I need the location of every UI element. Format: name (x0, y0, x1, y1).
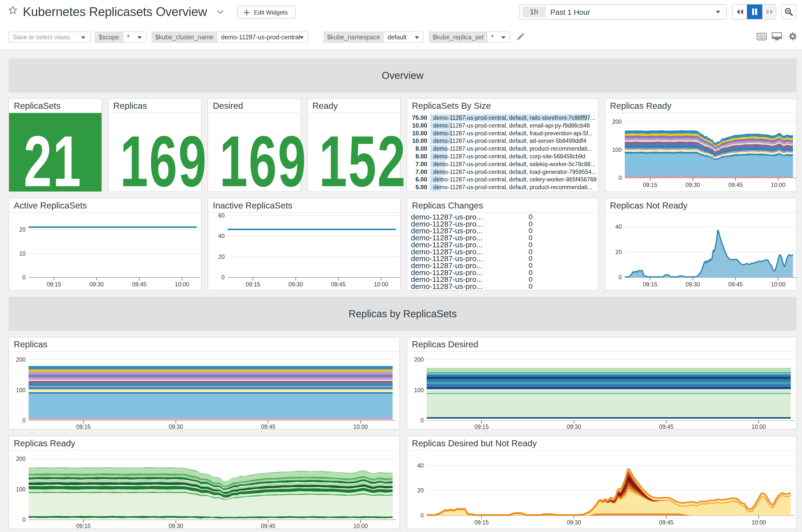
svg-text:09:30: 09:30 (168, 423, 183, 429)
svg-text:10:00: 10:00 (353, 523, 368, 529)
svg-text:09:15: 09:15 (643, 281, 657, 288)
svg-text:09:45: 09:45 (132, 281, 147, 288)
svg-text:0: 0 (22, 274, 25, 281)
svg-text:09:15: 09:15 (76, 523, 91, 529)
svg-text:100: 100 (16, 486, 25, 493)
svg-text:09:15: 09:15 (474, 423, 489, 429)
svg-text:09:45: 09:45 (728, 182, 743, 188)
svg-text:20: 20 (615, 249, 622, 255)
svg-text:60: 60 (218, 213, 225, 219)
svg-text:10: 10 (19, 250, 25, 257)
svg-text:09:45: 09:45 (659, 423, 674, 429)
svg-text:20: 20 (218, 253, 225, 260)
svg-text:100: 100 (414, 387, 424, 394)
svg-text:0: 0 (22, 417, 25, 424)
svg-text:0: 0 (421, 417, 424, 424)
svg-text:09:15: 09:15 (246, 281, 260, 288)
svg-text:09:15: 09:15 (474, 519, 489, 526)
svg-text:09:30: 09:30 (686, 182, 700, 188)
svg-text:40: 40 (615, 224, 622, 230)
svg-text:10:00: 10:00 (353, 423, 368, 429)
svg-text:09:30: 09:30 (288, 281, 303, 288)
svg-text:0: 0 (618, 175, 622, 181)
svg-text:40: 40 (417, 462, 424, 469)
svg-text:10:00: 10:00 (751, 423, 766, 429)
svg-text:09:30: 09:30 (566, 423, 581, 429)
svg-text:200: 200 (612, 118, 622, 125)
svg-text:09:30: 09:30 (168, 523, 183, 529)
svg-text:20: 20 (19, 226, 25, 233)
svg-text:0: 0 (221, 274, 225, 281)
svg-text:200: 200 (16, 356, 25, 363)
svg-text:10:00: 10:00 (175, 281, 189, 288)
svg-text:10:00: 10:00 (771, 281, 785, 288)
svg-text:10:00: 10:00 (374, 281, 388, 288)
svg-text:10:00: 10:00 (771, 182, 785, 188)
svg-text:09:45: 09:45 (261, 423, 276, 429)
svg-text:200: 200 (16, 456, 25, 462)
svg-text:20: 20 (417, 487, 424, 494)
svg-text:09:45: 09:45 (261, 523, 276, 529)
svg-text:09:30: 09:30 (90, 281, 104, 288)
svg-text:0: 0 (421, 512, 424, 519)
svg-text:09:30: 09:30 (566, 519, 581, 526)
svg-text:0: 0 (22, 516, 25, 523)
svg-text:09:15: 09:15 (46, 281, 61, 288)
svg-text:0: 0 (618, 274, 622, 281)
svg-text:100: 100 (612, 147, 622, 153)
svg-text:10:00: 10:00 (751, 519, 766, 526)
svg-text:09:45: 09:45 (728, 281, 743, 288)
svg-text:09:30: 09:30 (686, 281, 700, 288)
svg-text:09:45: 09:45 (331, 281, 346, 288)
svg-text:100: 100 (16, 387, 25, 394)
svg-text:09:15: 09:15 (643, 182, 657, 188)
svg-text:40: 40 (218, 233, 225, 239)
svg-text:200: 200 (414, 356, 424, 363)
svg-text:09:15: 09:15 (76, 423, 91, 429)
svg-text:09:45: 09:45 (659, 519, 674, 526)
